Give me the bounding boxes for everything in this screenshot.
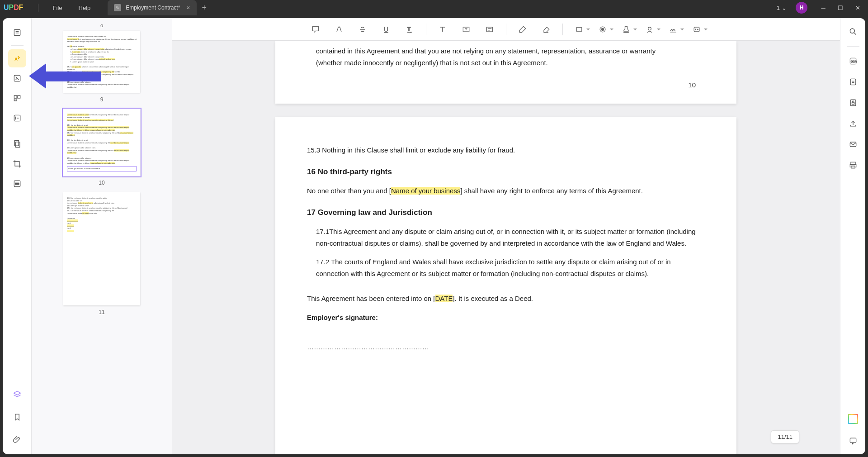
- bookmark-button[interactable]: [8, 408, 26, 426]
- stamp-tool[interactable]: [619, 22, 633, 37]
- svg-rect-5: [17, 95, 20, 98]
- svg-rect-16: [486, 27, 492, 32]
- attachment-button[interactable]: [8, 431, 26, 449]
- ai-button[interactable]: [845, 411, 861, 427]
- thumbnail-10[interactable]: Lorem ipsum dolor sit amet consectetur a…: [32, 109, 172, 186]
- chevron-down-icon: ⌄: [782, 5, 787, 11]
- svg-rect-23: [694, 27, 699, 32]
- para-16: No one other than you and [Name of your …: [307, 185, 705, 197]
- note-tool[interactable]: [308, 22, 323, 37]
- divider: [38, 4, 38, 12]
- maximize-button[interactable]: ☐: [834, 1, 847, 14]
- convert-button[interactable]: [845, 74, 861, 90]
- share-button[interactable]: [845, 115, 861, 132]
- strikethrough-tool[interactable]: [355, 22, 370, 37]
- underline-tool[interactable]: [379, 22, 393, 37]
- signature-line: ………………………………………………: [307, 341, 705, 353]
- page-10-tail: contained in this Agreement and that you…: [275, 41, 736, 104]
- annotation-arrow: [29, 63, 101, 89]
- svg-rect-33: [850, 142, 856, 147]
- edit-tool[interactable]: [8, 69, 26, 87]
- svg-rect-11: [15, 142, 19, 148]
- page-indicator[interactable]: 11/11: [771, 430, 799, 443]
- squiggly-tool[interactable]: T: [402, 22, 417, 37]
- menu-file[interactable]: File: [53, 5, 62, 11]
- right-toolbar: OCR: [840, 18, 865, 454]
- doc-icon: ✎: [114, 4, 121, 11]
- signature-label: Employer's signature:: [307, 312, 705, 324]
- heading-16: 16 No third-party rights: [307, 166, 705, 179]
- email-button[interactable]: [845, 136, 861, 152]
- textbox-tool[interactable]: [459, 22, 473, 37]
- organize-tool[interactable]: [8, 89, 26, 107]
- highlight-tool[interactable]: [332, 22, 346, 37]
- svg-text:T: T: [407, 26, 410, 32]
- page-11: 15.3 Nothing in this Clause shall limit …: [275, 117, 736, 455]
- attachment-tool[interactable]: [689, 22, 704, 37]
- pencil-tool[interactable]: [515, 22, 530, 37]
- tab-title: Employment Contract*: [126, 5, 180, 11]
- svg-rect-6: [14, 99, 17, 101]
- page-tool[interactable]: [8, 135, 26, 153]
- clause-17-1: 17.1This Agreement and any dispute or cl…: [307, 226, 705, 249]
- ocr-button[interactable]: OCR: [845, 53, 861, 69]
- svg-rect-37: [850, 438, 856, 443]
- shape-tool[interactable]: [595, 22, 610, 37]
- chat-button[interactable]: [845, 433, 861, 449]
- svg-rect-32: [852, 102, 854, 104]
- add-tab-button[interactable]: +: [202, 3, 207, 13]
- clause-17-2: 17.2 The courts of England and Wales sha…: [307, 256, 705, 279]
- protect-button[interactable]: [845, 95, 861, 111]
- close-tab-button[interactable]: ×: [186, 4, 190, 11]
- redact-tool[interactable]: [8, 175, 26, 193]
- svg-rect-4: [14, 95, 17, 98]
- form-tool[interactable]: [8, 109, 26, 127]
- document-tab[interactable]: ✎ Employment Contract* ×: [108, 0, 196, 15]
- svg-rect-34: [851, 162, 855, 164]
- crop-tool[interactable]: [8, 155, 26, 173]
- document-area[interactable]: T contained in this Agreement and that y…: [172, 18, 840, 454]
- svg-point-25: [697, 29, 698, 30]
- layers-button[interactable]: [8, 386, 26, 404]
- svg-point-26: [850, 29, 854, 33]
- svg-rect-30: [850, 79, 856, 85]
- page-number: 10: [307, 76, 705, 95]
- notification-count[interactable]: 1 ⌄: [777, 5, 787, 11]
- rectangle-tool[interactable]: [572, 22, 586, 37]
- heading-17: 17 Governing law and Jurisdiction: [307, 206, 705, 219]
- print-button[interactable]: [845, 157, 861, 173]
- titlebar: UPDF File Help ✎ Employment Contract* × …: [0, 0, 868, 15]
- clause-15-3: 15.3 Nothing in this Clause shall limit …: [307, 144, 705, 156]
- svg-rect-10: [14, 141, 19, 146]
- menu-help[interactable]: Help: [79, 5, 91, 11]
- search-button[interactable]: [845, 24, 861, 40]
- minimize-button[interactable]: ─: [816, 1, 830, 14]
- callout-tool[interactable]: [482, 22, 497, 37]
- svg-text:OCR: OCR: [851, 60, 857, 63]
- thumbnail-11[interactable]: 15.3 Lorem ipsum dolor sit amet consecte…: [32, 192, 172, 315]
- workspace: o Lorem ipsum dolor sit amet cons adip e…: [3, 18, 865, 454]
- comment-tool[interactable]: [8, 49, 26, 67]
- user-avatar[interactable]: H: [796, 2, 807, 14]
- annotation-toolbar: T: [172, 18, 840, 41]
- reader-tool[interactable]: [8, 24, 26, 42]
- svg-point-22: [648, 27, 651, 30]
- svg-rect-19: [576, 27, 582, 31]
- app-logo: UPDF: [4, 4, 24, 12]
- text-tool[interactable]: [435, 22, 450, 37]
- thumb-partial-label: o: [32, 23, 172, 28]
- close-button[interactable]: ✕: [851, 1, 864, 14]
- para-dated: This Agreement has been entered into on …: [307, 293, 705, 305]
- eraser-tool[interactable]: [539, 22, 553, 37]
- signature-tool[interactable]: [666, 22, 680, 37]
- sticker-tool[interactable]: [642, 22, 657, 37]
- svg-point-21: [601, 28, 604, 30]
- left-toolbar: [3, 18, 32, 454]
- svg-line-27: [854, 33, 856, 35]
- svg-rect-0: [14, 29, 20, 35]
- svg-point-24: [695, 29, 696, 30]
- svg-rect-13: [15, 183, 19, 184]
